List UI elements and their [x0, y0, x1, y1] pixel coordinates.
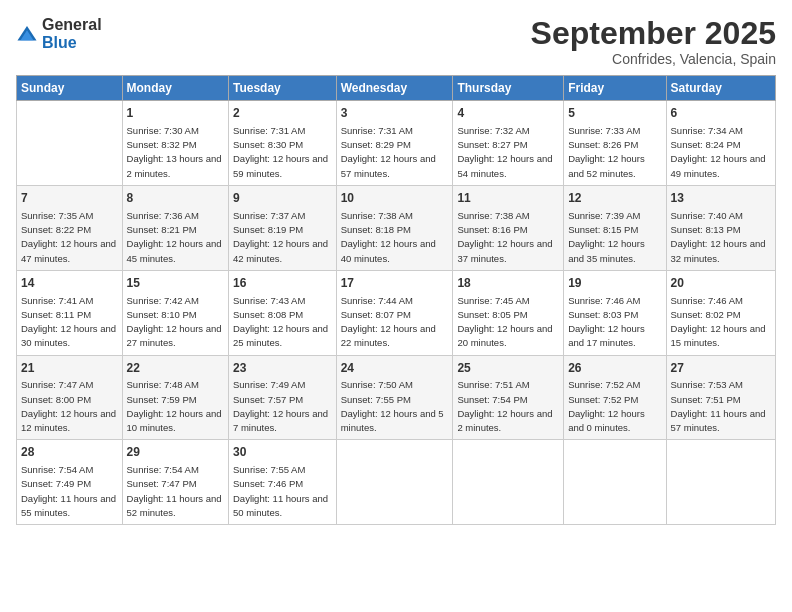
day-info: Sunrise: 7:52 AMSunset: 7:52 PMDaylight:…	[568, 378, 661, 435]
calendar-cell: 5Sunrise: 7:33 AMSunset: 8:26 PMDaylight…	[564, 101, 666, 186]
day-info: Sunrise: 7:37 AMSunset: 8:19 PMDaylight:…	[233, 209, 332, 266]
day-info: Sunrise: 7:41 AMSunset: 8:11 PMDaylight:…	[21, 294, 118, 351]
day-info: Sunrise: 7:40 AMSunset: 8:13 PMDaylight:…	[671, 209, 771, 266]
title-block: September 2025 Confrides, Valencia, Spai…	[531, 16, 776, 67]
calendar-cell	[336, 440, 453, 525]
day-info: Sunrise: 7:38 AMSunset: 8:18 PMDaylight:…	[341, 209, 449, 266]
main-title: September 2025	[531, 16, 776, 51]
calendar-cell: 1Sunrise: 7:30 AMSunset: 8:32 PMDaylight…	[122, 101, 228, 186]
day-number: 26	[568, 360, 661, 377]
day-number: 20	[671, 275, 771, 292]
day-info: Sunrise: 7:39 AMSunset: 8:15 PMDaylight:…	[568, 209, 661, 266]
day-number: 15	[127, 275, 224, 292]
calendar-cell: 29Sunrise: 7:54 AMSunset: 7:47 PMDayligh…	[122, 440, 228, 525]
subtitle: Confrides, Valencia, Spain	[531, 51, 776, 67]
calendar-cell: 20Sunrise: 7:46 AMSunset: 8:02 PMDayligh…	[666, 270, 775, 355]
day-info: Sunrise: 7:48 AMSunset: 7:59 PMDaylight:…	[127, 378, 224, 435]
day-info: Sunrise: 7:32 AMSunset: 8:27 PMDaylight:…	[457, 124, 559, 181]
calendar-cell: 2Sunrise: 7:31 AMSunset: 8:30 PMDaylight…	[229, 101, 337, 186]
calendar-cell: 6Sunrise: 7:34 AMSunset: 8:24 PMDaylight…	[666, 101, 775, 186]
day-info: Sunrise: 7:45 AMSunset: 8:05 PMDaylight:…	[457, 294, 559, 351]
day-number: 3	[341, 105, 449, 122]
day-number: 5	[568, 105, 661, 122]
day-number: 2	[233, 105, 332, 122]
calendar-cell: 24Sunrise: 7:50 AMSunset: 7:55 PMDayligh…	[336, 355, 453, 440]
day-info: Sunrise: 7:46 AMSunset: 8:02 PMDaylight:…	[671, 294, 771, 351]
calendar-cell: 25Sunrise: 7:51 AMSunset: 7:54 PMDayligh…	[453, 355, 564, 440]
logo-blue-text: Blue	[42, 34, 102, 52]
header-cell-wednesday: Wednesday	[336, 76, 453, 101]
day-info: Sunrise: 7:42 AMSunset: 8:10 PMDaylight:…	[127, 294, 224, 351]
day-number: 22	[127, 360, 224, 377]
calendar-cell: 9Sunrise: 7:37 AMSunset: 8:19 PMDaylight…	[229, 185, 337, 270]
header-cell-friday: Friday	[564, 76, 666, 101]
day-number: 8	[127, 190, 224, 207]
day-number: 7	[21, 190, 118, 207]
day-number: 25	[457, 360, 559, 377]
logo-general-text: General	[42, 16, 102, 34]
day-number: 17	[341, 275, 449, 292]
calendar-cell: 26Sunrise: 7:52 AMSunset: 7:52 PMDayligh…	[564, 355, 666, 440]
calendar-cell	[666, 440, 775, 525]
header-cell-monday: Monday	[122, 76, 228, 101]
day-info: Sunrise: 7:50 AMSunset: 7:55 PMDaylight:…	[341, 378, 449, 435]
week-row-0: 1Sunrise: 7:30 AMSunset: 8:32 PMDaylight…	[17, 101, 776, 186]
day-number: 30	[233, 444, 332, 461]
calendar-table: SundayMondayTuesdayWednesdayThursdayFrid…	[16, 75, 776, 525]
day-info: Sunrise: 7:51 AMSunset: 7:54 PMDaylight:…	[457, 378, 559, 435]
header-cell-thursday: Thursday	[453, 76, 564, 101]
calendar-cell: 23Sunrise: 7:49 AMSunset: 7:57 PMDayligh…	[229, 355, 337, 440]
day-info: Sunrise: 7:54 AMSunset: 7:49 PMDaylight:…	[21, 463, 118, 520]
calendar-cell: 22Sunrise: 7:48 AMSunset: 7:59 PMDayligh…	[122, 355, 228, 440]
header-cell-saturday: Saturday	[666, 76, 775, 101]
calendar-cell: 11Sunrise: 7:38 AMSunset: 8:16 PMDayligh…	[453, 185, 564, 270]
calendar-cell: 30Sunrise: 7:55 AMSunset: 7:46 PMDayligh…	[229, 440, 337, 525]
calendar-cell: 18Sunrise: 7:45 AMSunset: 8:05 PMDayligh…	[453, 270, 564, 355]
day-number: 28	[21, 444, 118, 461]
calendar-cell	[453, 440, 564, 525]
logo-icon	[16, 23, 38, 45]
day-number: 21	[21, 360, 118, 377]
day-info: Sunrise: 7:31 AMSunset: 8:29 PMDaylight:…	[341, 124, 449, 181]
day-number: 27	[671, 360, 771, 377]
week-row-4: 28Sunrise: 7:54 AMSunset: 7:49 PMDayligh…	[17, 440, 776, 525]
day-info: Sunrise: 7:46 AMSunset: 8:03 PMDaylight:…	[568, 294, 661, 351]
calendar-cell: 21Sunrise: 7:47 AMSunset: 8:00 PMDayligh…	[17, 355, 123, 440]
day-info: Sunrise: 7:53 AMSunset: 7:51 PMDaylight:…	[671, 378, 771, 435]
day-number: 14	[21, 275, 118, 292]
calendar-cell: 16Sunrise: 7:43 AMSunset: 8:08 PMDayligh…	[229, 270, 337, 355]
page-header: General Blue September 2025 Confrides, V…	[16, 16, 776, 67]
day-number: 6	[671, 105, 771, 122]
calendar-cell: 12Sunrise: 7:39 AMSunset: 8:15 PMDayligh…	[564, 185, 666, 270]
day-number: 12	[568, 190, 661, 207]
day-number: 24	[341, 360, 449, 377]
day-info: Sunrise: 7:31 AMSunset: 8:30 PMDaylight:…	[233, 124, 332, 181]
calendar-cell: 27Sunrise: 7:53 AMSunset: 7:51 PMDayligh…	[666, 355, 775, 440]
week-row-3: 21Sunrise: 7:47 AMSunset: 8:00 PMDayligh…	[17, 355, 776, 440]
header-row: SundayMondayTuesdayWednesdayThursdayFrid…	[17, 76, 776, 101]
header-cell-tuesday: Tuesday	[229, 76, 337, 101]
week-row-2: 14Sunrise: 7:41 AMSunset: 8:11 PMDayligh…	[17, 270, 776, 355]
calendar-cell: 3Sunrise: 7:31 AMSunset: 8:29 PMDaylight…	[336, 101, 453, 186]
day-number: 23	[233, 360, 332, 377]
day-number: 19	[568, 275, 661, 292]
day-number: 13	[671, 190, 771, 207]
day-info: Sunrise: 7:33 AMSunset: 8:26 PMDaylight:…	[568, 124, 661, 181]
day-info: Sunrise: 7:30 AMSunset: 8:32 PMDaylight:…	[127, 124, 224, 181]
day-info: Sunrise: 7:44 AMSunset: 8:07 PMDaylight:…	[341, 294, 449, 351]
week-row-1: 7Sunrise: 7:35 AMSunset: 8:22 PMDaylight…	[17, 185, 776, 270]
calendar-cell	[564, 440, 666, 525]
calendar-cell: 28Sunrise: 7:54 AMSunset: 7:49 PMDayligh…	[17, 440, 123, 525]
day-info: Sunrise: 7:38 AMSunset: 8:16 PMDaylight:…	[457, 209, 559, 266]
day-info: Sunrise: 7:35 AMSunset: 8:22 PMDaylight:…	[21, 209, 118, 266]
day-info: Sunrise: 7:47 AMSunset: 8:00 PMDaylight:…	[21, 378, 118, 435]
day-info: Sunrise: 7:43 AMSunset: 8:08 PMDaylight:…	[233, 294, 332, 351]
day-number: 18	[457, 275, 559, 292]
day-info: Sunrise: 7:54 AMSunset: 7:47 PMDaylight:…	[127, 463, 224, 520]
day-number: 4	[457, 105, 559, 122]
day-number: 10	[341, 190, 449, 207]
day-info: Sunrise: 7:34 AMSunset: 8:24 PMDaylight:…	[671, 124, 771, 181]
calendar-cell: 10Sunrise: 7:38 AMSunset: 8:18 PMDayligh…	[336, 185, 453, 270]
day-number: 1	[127, 105, 224, 122]
day-number: 11	[457, 190, 559, 207]
